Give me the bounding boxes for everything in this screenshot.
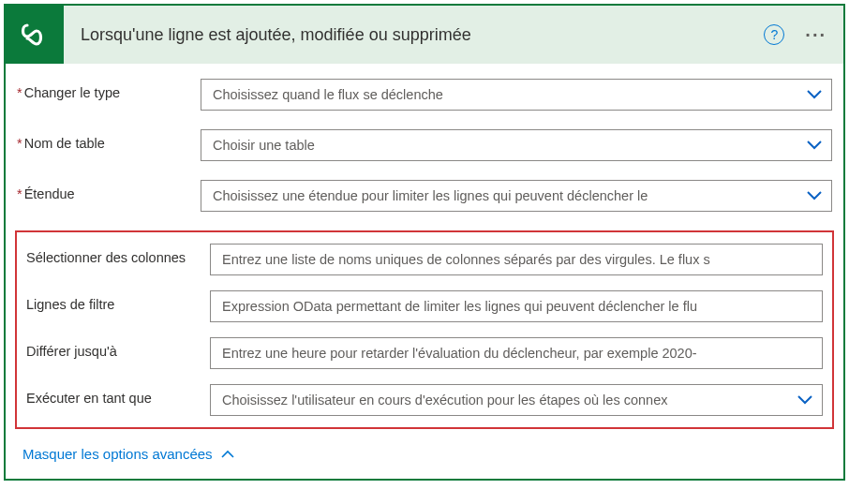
toggle-label: Masquer les options avancées bbox=[22, 446, 213, 462]
label-run-as: Exécuter en tant que bbox=[26, 384, 210, 408]
row-change-type: Changer le type bbox=[17, 79, 832, 111]
row-select-columns: Sélectionner des colonnes bbox=[26, 244, 823, 275]
row-delay-until: Différer jusqu'à bbox=[26, 337, 823, 369]
input-select-columns[interactable] bbox=[210, 244, 823, 275]
input-delay-until[interactable] bbox=[210, 337, 823, 369]
input-run-as[interactable] bbox=[210, 384, 823, 416]
more-icon[interactable]: ··· bbox=[799, 21, 832, 50]
row-filter-rows: Lignes de filtre bbox=[26, 290, 823, 322]
toggle-advanced-options[interactable]: Masquer les options avancées bbox=[17, 446, 235, 462]
dataverse-icon bbox=[6, 6, 64, 64]
chevron-up-icon bbox=[220, 450, 235, 459]
label-table-name: Nom de table bbox=[17, 129, 201, 154]
help-icon[interactable]: ? bbox=[764, 24, 784, 45]
input-filter-rows[interactable] bbox=[210, 290, 823, 322]
label-select-columns: Sélectionner des colonnes bbox=[26, 244, 210, 268]
card-header: Lorsqu'une ligne est ajoutée, modifiée o… bbox=[6, 6, 843, 64]
advanced-options-group: Sélectionner des colonnes Lignes de filt… bbox=[15, 230, 834, 429]
trigger-card: Lorsqu'une ligne est ajoutée, modifiée o… bbox=[4, 4, 845, 481]
label-delay-until: Différer jusqu'à bbox=[26, 337, 210, 362]
card-body: Changer le type Nom de table Étendue bbox=[6, 64, 843, 479]
input-scope[interactable] bbox=[201, 180, 832, 212]
card-title: Lorsqu'une ligne est ajoutée, modifiée o… bbox=[64, 25, 764, 45]
label-filter-rows: Lignes de filtre bbox=[26, 290, 210, 315]
input-table-name[interactable] bbox=[201, 129, 832, 161]
label-scope: Étendue bbox=[17, 180, 201, 204]
row-run-as: Exécuter en tant que bbox=[26, 384, 823, 416]
label-change-type: Changer le type bbox=[17, 79, 201, 103]
row-scope: Étendue bbox=[17, 180, 832, 212]
input-change-type[interactable] bbox=[201, 79, 832, 111]
row-table-name: Nom de table bbox=[17, 129, 832, 161]
